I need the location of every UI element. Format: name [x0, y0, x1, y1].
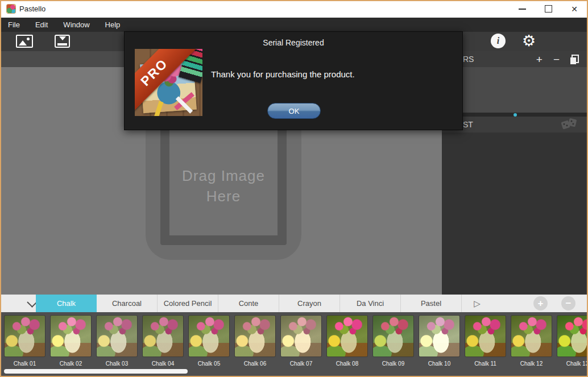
preset-thumbnail[interactable]: Chalk 11	[465, 316, 506, 367]
preset-image	[189, 316, 229, 357]
dialog-message: Thank you for purchasing the product.	[211, 69, 355, 79]
preset-label: Chalk 06	[235, 361, 275, 367]
preset-image	[557, 316, 588, 357]
preset-thumbnail[interactable]: Chalk 07	[281, 316, 321, 367]
preset-thumbnail[interactable]: Chalk 09	[373, 316, 413, 367]
preset-image	[465, 316, 506, 357]
open-image-icon[interactable]	[16, 35, 33, 48]
divider-handle-dot	[514, 113, 517, 117]
preset-header-label: ST	[463, 120, 561, 129]
preset-label: Chalk 01	[5, 361, 45, 367]
dialog-title: Serial Registered	[125, 38, 462, 47]
ok-button[interactable]: OK	[267, 103, 321, 119]
preset-label: Chalk 11	[465, 361, 506, 367]
minimize-button[interactable]	[510, 0, 534, 18]
preset-thumbnail[interactable]: Chalk 02	[51, 316, 91, 367]
preset-image	[327, 316, 367, 357]
title-bar: Pastello ✕	[0, 0, 588, 18]
menu-bar: File Edit Window Help	[0, 18, 588, 32]
preset-thumbnail[interactable]: Chalk 08	[327, 316, 367, 367]
preset-image	[511, 316, 552, 357]
remove-layer-button[interactable]: −	[553, 54, 560, 65]
layers-list[interactable]	[442, 67, 588, 113]
preset-thumbnail[interactable]: Chalk 04	[143, 316, 183, 367]
preset-label: Chalk 09	[373, 361, 413, 367]
tab-da-vinci[interactable]: Da Vinci	[340, 295, 401, 312]
preset-label: Chalk 08	[327, 361, 367, 367]
menu-file[interactable]: File	[8, 20, 20, 29]
preset-label: Chalk 13	[557, 361, 588, 367]
tab-chalk[interactable]: Chalk	[36, 295, 97, 312]
add-preset-button[interactable]: +	[533, 296, 548, 310]
preset-thumbnail[interactable]: Chalk 12	[511, 316, 552, 367]
preset-image	[51, 316, 91, 357]
die-icon	[568, 118, 577, 127]
save-image-icon[interactable]	[55, 35, 70, 48]
window-title: Pastello	[19, 0, 45, 18]
preset-image	[281, 316, 321, 357]
preset-image	[5, 316, 45, 357]
preset-label: Chalk 04	[143, 361, 183, 367]
random-preset-dice-icon[interactable]	[561, 118, 579, 131]
preset-image	[235, 316, 275, 357]
preset-label: Chalk 02	[51, 361, 91, 367]
maximize-button[interactable]	[536, 0, 560, 18]
preset-image	[419, 316, 459, 357]
preset-label: Chalk 07	[281, 361, 321, 367]
tab-crayon[interactable]: Crayon	[279, 295, 340, 312]
preset-label: Chalk 10	[419, 361, 459, 367]
right-panel: RS + − ST	[442, 51, 588, 295]
product-artwork: PRO	[135, 49, 202, 116]
maximize-icon	[545, 5, 552, 13]
serial-registered-dialog: Serial Registered PRO Thank you for purc…	[124, 31, 463, 130]
preset-image	[143, 316, 183, 357]
tab-pastel[interactable]: Pastel	[401, 295, 462, 312]
preset-thumbnail-row: Chalk 01 Chalk 02 Chalk 03 Chalk 04 Chal…	[5, 316, 588, 367]
info-icon[interactable]: i	[491, 34, 506, 48]
drag-image-placeholder: Drag Image Here	[164, 165, 283, 206]
tab-conte[interactable]: Conte	[218, 295, 279, 312]
preset-thumbnail[interactable]: Chalk 01	[5, 316, 45, 367]
menu-window[interactable]: Window	[63, 20, 89, 29]
preset-category-tabs: Chalk Charcoal Colored Pencil Conte Cray…	[36, 295, 462, 312]
menu-edit[interactable]: Edit	[35, 20, 48, 29]
remove-preset-button[interactable]: −	[561, 296, 575, 310]
tab-colored-pencil[interactable]: Colored Pencil	[158, 295, 218, 312]
preset-label: Chalk 03	[97, 361, 137, 367]
settings-gear-icon[interactable]: ⚙	[519, 31, 539, 51]
panel-divider[interactable]	[442, 113, 588, 117]
close-button[interactable]: ✕	[562, 0, 586, 18]
filmstrip-scrollbar[interactable]	[4, 369, 188, 374]
preset-label: Chalk 05	[189, 361, 229, 367]
preset-thumbnail[interactable]: Chalk 05	[189, 316, 229, 367]
preset-thumbnail[interactable]: Chalk 13	[557, 316, 588, 367]
tab-charcoal[interactable]: Charcoal	[97, 295, 158, 312]
preset-list-area[interactable]	[442, 132, 588, 295]
menu-help[interactable]: Help	[105, 20, 121, 29]
preset-label: Chalk 12	[511, 361, 552, 367]
preset-thumbnail[interactable]: Chalk 10	[419, 316, 459, 367]
app-icon	[6, 4, 16, 14]
layers-header-label: RS	[463, 55, 536, 64]
preset-list-header: ST	[442, 117, 588, 132]
preset-image	[97, 316, 137, 357]
preset-image	[373, 316, 413, 357]
layers-panel-header: RS + −	[442, 51, 588, 67]
preset-filmstrip: Chalk 01 Chalk 02 Chalk 03 Chalk 04 Chal…	[0, 312, 588, 377]
minimize-icon	[519, 9, 526, 10]
duplicate-layer-icon[interactable]	[570, 55, 579, 64]
preset-thumbnail[interactable]: Chalk 06	[235, 316, 275, 367]
preset-thumbnail[interactable]: Chalk 03	[97, 316, 137, 367]
add-layer-button[interactable]: +	[536, 54, 543, 65]
play-preview-icon[interactable]: ▷	[469, 295, 486, 312]
